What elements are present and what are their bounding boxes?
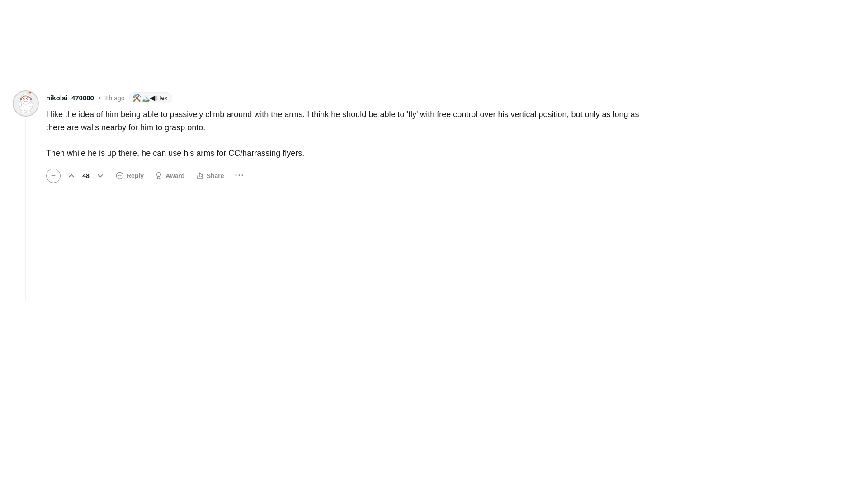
dot-separator: • [99, 94, 101, 102]
share-button[interactable]: Share [191, 169, 229, 183]
more-icon: ··· [235, 171, 245, 180]
avatar [13, 90, 39, 117]
comment-paragraph-1: I like the idea of him being able to pas… [46, 108, 652, 134]
comment-body: nikolai_470000 • 8h ago ⚒️🏔️◀ Flex I lik… [46, 90, 655, 300]
share-label: Share [207, 172, 224, 179]
reply-label: Reply [127, 172, 144, 179]
upvote-icon [67, 171, 76, 180]
reply-icon [116, 172, 124, 180]
svg-rect-12 [20, 98, 22, 100]
svg-point-15 [157, 172, 161, 176]
share-icon [196, 172, 204, 180]
comment-text: I like the idea of him being able to pas… [46, 108, 652, 160]
flair-label: Flex [156, 94, 168, 101]
thread-line [25, 119, 26, 300]
award-label: Award [165, 172, 185, 179]
comment-actions: − 48 [46, 168, 655, 183]
page-container: nikolai_470000 • 8h ago ⚒️🏔️◀ Flex I lik… [0, 0, 868, 488]
reply-button[interactable]: Reply [111, 169, 148, 183]
svg-point-7 [27, 98, 28, 99]
svg-point-14 [117, 172, 123, 179]
award-button[interactable]: Award [150, 169, 189, 183]
comment: nikolai_470000 • 8h ago ⚒️🏔️◀ Flex I lik… [13, 90, 655, 300]
vote-count: 48 [81, 172, 90, 179]
svg-line-2 [26, 93, 30, 94]
downvote-icon [96, 171, 105, 180]
svg-rect-13 [30, 98, 32, 100]
flair-badge: ⚒️🏔️◀ Flex [129, 92, 173, 103]
svg-point-8 [19, 103, 21, 107]
upvote-button[interactable] [64, 169, 79, 183]
svg-point-10 [21, 110, 25, 113]
collapse-button[interactable]: − [46, 169, 61, 183]
svg-point-9 [30, 103, 33, 107]
timestamp: 8h ago [105, 94, 125, 102]
comment-header: nikolai_470000 • 8h ago ⚒️🏔️◀ Flex [46, 92, 655, 103]
avatar-column [13, 90, 39, 300]
downvote-button[interactable] [93, 169, 108, 183]
award-icon [155, 172, 163, 180]
svg-point-3 [29, 92, 31, 94]
vote-section: 48 [64, 169, 108, 183]
svg-point-6 [24, 98, 25, 99]
svg-point-11 [26, 110, 30, 113]
username[interactable]: nikolai_470000 [46, 94, 94, 102]
comment-paragraph-2: Then while he is up there, he can use hi… [46, 147, 652, 160]
minus-icon: − [51, 171, 56, 180]
flair-icons: ⚒️🏔️◀ [132, 94, 155, 102]
more-options-button[interactable]: ··· [231, 168, 249, 183]
